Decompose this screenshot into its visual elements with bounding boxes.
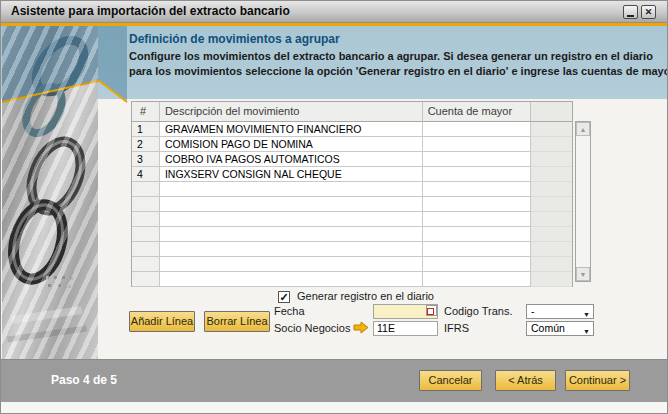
cell-account[interactable] — [423, 152, 532, 167]
table-body: 1GRAVAMEN MOVIMIENTO FINANCIERO2COMISION… — [132, 122, 572, 287]
cell-filler — [531, 182, 572, 197]
date-picker-icon[interactable] — [426, 305, 437, 316]
cell-account[interactable] — [423, 122, 532, 137]
checkmark-icon: ✓ — [279, 291, 288, 303]
table-row[interactable] — [132, 227, 572, 242]
table-header: # Descripción del movimiento Cuenta de m… — [132, 102, 572, 122]
cell-filler — [531, 242, 572, 257]
cell-filler — [531, 122, 572, 137]
socio-negocios-label: Socio Negocios — [274, 322, 350, 334]
cell-description[interactable]: COBRO IVA PAGOS AUTOMATICOS — [160, 152, 423, 167]
titlebar[interactable]: Asistente para importación del extracto … — [1, 1, 667, 23]
delete-line-button[interactable]: Borrar Línea — [204, 311, 270, 332]
cell-description[interactable] — [160, 242, 423, 257]
table-row[interactable]: 2COMISION PAGO DE NOMINA — [132, 137, 572, 152]
scroll-up-button[interactable]: ▲ — [576, 122, 590, 136]
ifrs-value: Común — [531, 322, 565, 334]
cell-description[interactable]: INGXSERV CONSIGN NAL CHEQUE — [160, 167, 423, 182]
cell-account[interactable] — [423, 227, 532, 242]
scroll-down-icon: ▼ — [580, 271, 587, 278]
chevron-down-icon: ▼ — [583, 325, 590, 338]
generate-journal-checkbox[interactable]: ✓ — [278, 291, 290, 303]
step-description-line1: Configure los movimientos del extracto b… — [129, 50, 653, 62]
cell-description[interactable]: COMISION PAGO DE NOMINA — [160, 137, 423, 152]
cell-account[interactable] — [423, 242, 532, 257]
cell-filler — [531, 227, 572, 242]
minimize-button[interactable] — [623, 5, 638, 19]
table-row[interactable]: 4INGXSERV CONSIGN NAL CHEQUE — [132, 167, 572, 182]
minimize-icon — [627, 15, 634, 17]
cell-filler — [531, 272, 572, 287]
table-row[interactable] — [132, 272, 572, 287]
back-button[interactable]: < Atrás — [495, 370, 556, 391]
link-arrow-icon[interactable] — [353, 321, 369, 334]
cell-account[interactable] — [423, 212, 532, 227]
cell-account[interactable] — [423, 257, 532, 272]
table-row[interactable] — [132, 182, 572, 197]
codigo-trans-label: Codigo Trans. — [444, 305, 512, 317]
cell-row-number — [132, 257, 160, 272]
cell-account[interactable] — [423, 182, 532, 197]
movements-table: # Descripción del movimiento Cuenta de m… — [131, 101, 573, 287]
cell-row-number — [132, 242, 160, 257]
step-indicator: Paso 4 de 5 — [51, 373, 117, 387]
codigo-trans-select[interactable]: - ▼ — [526, 304, 594, 319]
wizard-window: Asistente para importación del extracto … — [0, 0, 668, 414]
vertical-scrollbar[interactable]: ▲ ▼ — [575, 121, 591, 282]
table-row[interactable] — [132, 257, 572, 272]
cell-description[interactable] — [160, 272, 423, 287]
image-blue-tint — [2, 26, 98, 103]
continue-button[interactable]: Continuar > — [565, 370, 630, 391]
table-row[interactable] — [132, 197, 572, 212]
add-line-button[interactable]: Añadir Línea — [129, 311, 195, 332]
table-row[interactable] — [132, 212, 572, 227]
cell-account[interactable] — [423, 272, 532, 287]
wizard-footer: Paso 4 de 5 Cancelar < Atrás Continuar > — [1, 359, 667, 402]
chain-image — [2, 26, 98, 359]
cell-description[interactable] — [160, 257, 423, 272]
table-row[interactable]: 1GRAVAMEN MOVIMIENTO FINANCIERO — [132, 122, 572, 137]
wizard-header: Definición de movimientos a agrupar Conf… — [1, 26, 667, 99]
cell-filler — [531, 167, 572, 182]
table-row[interactable]: 3COBRO IVA PAGOS AUTOMATICOS — [132, 152, 572, 167]
bottom-strip — [1, 402, 667, 414]
cell-account[interactable] — [423, 137, 532, 152]
cell-row-number — [132, 182, 160, 197]
column-header-description[interactable]: Descripción del movimiento — [160, 102, 423, 122]
close-button[interactable]: ✕ — [641, 5, 656, 19]
column-header-number[interactable]: # — [132, 102, 160, 122]
cell-filler — [531, 197, 572, 212]
cell-filler — [531, 212, 572, 227]
codigo-trans-value: - — [531, 305, 535, 317]
window-title: Asistente para importación del extracto … — [11, 1, 290, 22]
cell-account[interactable] — [423, 167, 532, 182]
cell-filler — [531, 257, 572, 272]
ifrs-label: IFRS — [444, 322, 469, 334]
cell-description[interactable] — [160, 227, 423, 242]
cell-filler — [531, 152, 572, 167]
close-icon: ✕ — [645, 7, 653, 17]
cell-description[interactable] — [160, 197, 423, 212]
cancel-button[interactable]: Cancelar — [419, 370, 482, 391]
cell-description[interactable] — [160, 182, 423, 197]
cell-row-number: 1 — [132, 122, 160, 137]
cell-description[interactable] — [160, 212, 423, 227]
cell-description[interactable]: GRAVAMEN MOVIMIENTO FINANCIERO — [160, 122, 423, 137]
cell-filler — [531, 137, 572, 152]
column-header-filler — [531, 102, 572, 122]
side-image — [2, 26, 98, 359]
cell-account[interactable] — [423, 197, 532, 212]
cell-row-number — [132, 197, 160, 212]
cell-row-number — [132, 227, 160, 242]
cell-row-number: 2 — [132, 137, 160, 152]
step-description: Configure los movimientos del extracto b… — [129, 49, 668, 79]
ifrs-select[interactable]: Común ▼ — [526, 321, 594, 336]
fecha-label: Fecha — [274, 305, 305, 317]
cell-row-number: 4 — [132, 167, 160, 182]
table-row[interactable] — [132, 242, 572, 257]
socio-negocios-input[interactable]: 11E — [373, 321, 438, 336]
scroll-down-button[interactable]: ▼ — [576, 267, 590, 281]
column-header-account[interactable]: Cuenta de mayor — [423, 102, 532, 122]
image-orange-line — [2, 26, 98, 106]
chevron-down-icon: ▼ — [583, 308, 590, 321]
